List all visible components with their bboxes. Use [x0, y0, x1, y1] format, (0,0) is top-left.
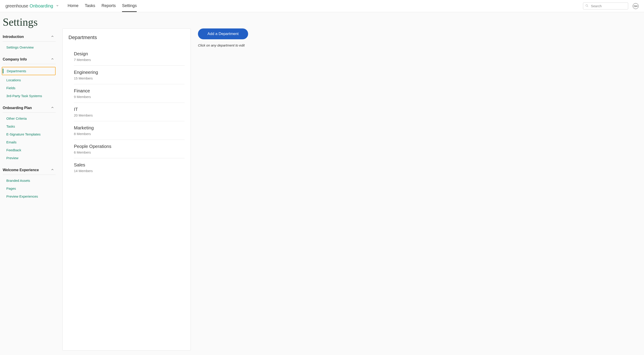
chevron-up-icon — [50, 106, 54, 110]
nav-tasks[interactable]: Tasks — [85, 0, 95, 12]
department-item[interactable]: Sales14 Members — [74, 158, 184, 177]
department-item[interactable]: Finance9 Members — [74, 84, 184, 103]
chevron-up-icon — [50, 34, 54, 39]
topbar-right: GH — [583, 2, 638, 9]
department-name: Design — [74, 51, 184, 56]
sidebar-item-other-criteria[interactable]: Other Criteria — [3, 114, 62, 122]
section-items-introduction: Settings Overview — [3, 41, 62, 55]
sidebar-item-esignature[interactable]: E-Signature Templates — [3, 130, 62, 138]
department-name: Sales — [74, 162, 184, 168]
section-header-introduction[interactable]: Introduction — [3, 32, 56, 41]
page-title: Settings — [3, 14, 62, 32]
edit-hint-text: Click on any department to edit — [198, 43, 245, 47]
chevron-down-icon[interactable] — [56, 4, 59, 8]
avatar-initials: GH — [634, 5, 638, 7]
sidebar-item-third-party[interactable]: 3rd-Party Task Systems — [3, 92, 62, 100]
department-item[interactable]: Marketing8 Members — [74, 121, 184, 140]
department-item[interactable]: IT20 Members — [74, 103, 184, 121]
sidebar-item-fields[interactable]: Fields — [3, 84, 62, 92]
department-name: People Operations — [74, 144, 184, 149]
sidebar-item-preview-experiences[interactable]: Preview Experiences — [3, 192, 62, 200]
section-title-company-info: Company Info — [3, 57, 27, 61]
department-item[interactable]: Engineering15 Members — [74, 66, 184, 84]
department-members: 15 Members — [74, 76, 184, 80]
section-items-company-info: Departments Locations Fields 3rd-Party T… — [3, 64, 62, 103]
sidebar: Settings Introduction Settings Overview … — [0, 12, 62, 355]
department-item[interactable]: People Operations6 Members — [74, 140, 184, 158]
nav-settings[interactable]: Settings — [122, 0, 137, 12]
topbar: greenhouse Onboarding Home Tasks Reports… — [0, 0, 644, 12]
department-list: Design7 MembersEngineering15 MembersFina… — [68, 47, 184, 177]
sidebar-item-pages[interactable]: Pages — [3, 185, 62, 192]
sidebar-item-branded-assets[interactable]: Branded Assets — [3, 177, 62, 185]
sidebar-item-feedback[interactable]: Feedback — [3, 146, 62, 154]
department-name: Finance — [74, 88, 184, 93]
page-body: Settings Introduction Settings Overview … — [0, 12, 644, 355]
logo-word-onboarding: Onboarding — [30, 3, 53, 8]
department-members: 7 Members — [74, 58, 184, 62]
chevron-up-icon — [50, 57, 54, 62]
chevron-up-icon — [50, 168, 54, 172]
svg-point-0 — [586, 4, 588, 6]
logo-word-greenhouse: greenhouse — [6, 3, 28, 8]
main-nav: Home Tasks Reports Settings — [68, 0, 137, 12]
department-members: 6 Members — [74, 150, 184, 154]
department-item[interactable]: Design7 Members — [74, 47, 184, 66]
nav-reports[interactable]: Reports — [102, 0, 116, 12]
department-name: Engineering — [74, 70, 184, 75]
search-input[interactable] — [583, 2, 628, 9]
svg-line-1 — [588, 6, 588, 7]
department-name: Marketing — [74, 125, 184, 130]
sidebar-item-departments[interactable]: Departments — [2, 67, 56, 75]
section-title-onboarding-plan: Onboarding Plan — [3, 106, 32, 110]
add-department-button[interactable]: Add a Department — [198, 28, 248, 39]
department-members: 9 Members — [74, 95, 184, 99]
department-name: IT — [74, 107, 184, 112]
panel-title: Departments — [68, 34, 184, 40]
sidebar-item-locations[interactable]: Locations — [3, 76, 62, 84]
section-title-welcome-experience: Welcome Experience — [3, 168, 39, 172]
sidebar-item-tasks[interactable]: Tasks — [3, 122, 62, 130]
section-title-introduction: Introduction — [3, 35, 24, 39]
sidebar-item-label: Departments — [7, 69, 26, 73]
right-actions: Add a Department Click on any department… — [198, 28, 248, 351]
section-header-company-info[interactable]: Company Info — [3, 55, 56, 64]
avatar[interactable]: GH — [633, 3, 638, 9]
department-members: 14 Members — [74, 169, 184, 173]
nav-home[interactable]: Home — [68, 0, 78, 12]
section-items-onboarding-plan: Other Criteria Tasks E-Signature Templat… — [3, 113, 62, 166]
sidebar-item-preview[interactable]: Preview — [3, 154, 62, 162]
search-box — [583, 2, 628, 9]
sidebar-item-emails[interactable]: Emails — [3, 138, 62, 146]
departments-panel: Departments Design7 MembersEngineering15… — [62, 28, 191, 351]
sidebar-item-settings-overview[interactable]: Settings Overview — [3, 43, 62, 51]
main-content: Departments Design7 MembersEngineering15… — [62, 12, 644, 355]
logo[interactable]: greenhouse Onboarding — [6, 3, 59, 8]
department-members: 20 Members — [74, 113, 184, 117]
search-icon — [585, 4, 588, 8]
section-header-welcome-experience[interactable]: Welcome Experience — [3, 166, 56, 175]
section-header-onboarding-plan[interactable]: Onboarding Plan — [3, 103, 56, 113]
section-items-welcome-experience: Branded Assets Pages Preview Experiences — [3, 175, 62, 204]
department-members: 8 Members — [74, 132, 184, 136]
